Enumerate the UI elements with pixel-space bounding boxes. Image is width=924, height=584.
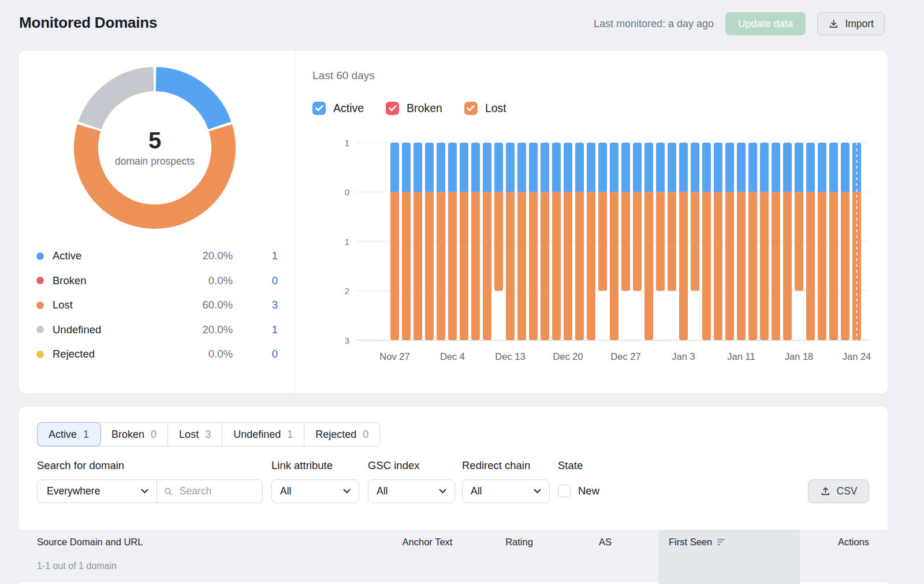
bar-active[interactable] <box>829 143 838 192</box>
bar-lost[interactable] <box>437 192 445 341</box>
bar-lost[interactable] <box>483 192 491 341</box>
bar-lost[interactable] <box>760 192 769 341</box>
donut-segment-undefined[interactable] <box>90 79 153 125</box>
bar-active[interactable] <box>541 143 549 192</box>
bar-active[interactable] <box>437 143 445 192</box>
bar-lost[interactable] <box>691 192 699 291</box>
link-attribute-select[interactable]: All <box>271 479 359 503</box>
bar-lost[interactable] <box>644 192 653 341</box>
bar-active[interactable] <box>621 143 630 192</box>
legend-count-link[interactable]: 0 <box>233 348 278 360</box>
bar-lost[interactable] <box>610 192 619 341</box>
legend-count-link[interactable]: 3 <box>233 299 278 311</box>
bar-active[interactable] <box>795 143 803 192</box>
bar-lost[interactable] <box>748 192 757 341</box>
search-scope-select[interactable]: Everywhere <box>38 480 157 503</box>
bar-lost[interactable] <box>841 192 850 341</box>
bar-active[interactable] <box>702 143 711 192</box>
bar-lost[interactable] <box>668 192 676 291</box>
bar-lost[interactable] <box>679 192 688 341</box>
bar-lost[interactable] <box>425 192 434 341</box>
bar-active[interactable] <box>818 143 826 192</box>
bar-lost[interactable] <box>552 192 561 341</box>
series-toggle[interactable]: Lost <box>464 102 506 115</box>
bar-active[interactable] <box>425 143 434 192</box>
bar-lost[interactable] <box>633 192 642 291</box>
bar-active[interactable] <box>494 143 503 192</box>
donut-segment-lost[interactable] <box>86 128 223 217</box>
bar-lost[interactable] <box>818 192 826 341</box>
legend-count-link[interactable]: 0 <box>233 274 278 287</box>
bar-lost[interactable] <box>541 192 549 341</box>
bar-active[interactable] <box>679 143 688 192</box>
export-csv-button[interactable]: CSV <box>808 479 869 503</box>
bar-lost[interactable] <box>494 192 503 291</box>
bar-lost[interactable] <box>806 192 815 341</box>
status-tab-broken[interactable]: Broken 0 <box>100 423 168 446</box>
column-header-first-seen[interactable]: First Seen <box>669 537 726 548</box>
bar-active[interactable] <box>737 143 746 192</box>
bar-active[interactable] <box>841 143 850 192</box>
bar-lost[interactable] <box>772 192 780 341</box>
checkbox-checked-icon[interactable] <box>464 102 478 115</box>
legend-count-link[interactable]: 1 <box>233 323 278 336</box>
bar-active[interactable] <box>448 143 457 192</box>
bar-lost[interactable] <box>564 192 572 341</box>
checkbox-checked-icon[interactable] <box>386 102 399 115</box>
bar-active[interactable] <box>564 143 572 192</box>
bar-active[interactable] <box>402 143 411 192</box>
bar-lost[interactable] <box>506 192 515 341</box>
legend-count-link[interactable]: 1 <box>233 250 278 262</box>
bar-active[interactable] <box>610 143 619 192</box>
bar-active[interactable] <box>656 143 665 192</box>
domain-prospects-donut[interactable]: 5 domain prospects <box>68 61 241 235</box>
column-header-rating[interactable]: Rating <box>505 537 533 548</box>
bar-lost[interactable] <box>390 192 399 341</box>
checkbox-checked-icon[interactable] <box>312 102 326 115</box>
bar-lost[interactable] <box>598 192 607 291</box>
bar-lost[interactable] <box>783 192 792 341</box>
status-tab-undefined[interactable]: Undefined 1 <box>222 423 304 446</box>
bar-active[interactable] <box>783 143 792 192</box>
status-tab-rejected[interactable]: Rejected 0 <box>304 423 379 446</box>
bar-lost[interactable] <box>413 192 422 341</box>
bar-active[interactable] <box>598 143 607 192</box>
bar-lost[interactable] <box>829 192 838 341</box>
series-toggle[interactable]: Active <box>312 102 364 115</box>
bar-lost[interactable] <box>656 192 665 291</box>
bar-lost[interactable] <box>575 192 584 341</box>
trend-chart[interactable]: 10123Nov 27Dec 4Dec 13Dec 20Dec 27Jan 3J… <box>338 136 878 367</box>
bar-active[interactable] <box>390 143 399 192</box>
bar-active[interactable] <box>725 143 734 192</box>
bar-lost[interactable] <box>725 192 734 341</box>
donut-segment-active[interactable] <box>156 79 219 125</box>
bar-lost[interactable] <box>460 192 468 341</box>
bar-lost[interactable] <box>621 192 630 291</box>
bar-active[interactable] <box>633 143 642 192</box>
bar-lost[interactable] <box>795 192 803 291</box>
update-data-button[interactable]: Update data <box>725 12 806 35</box>
bar-lost[interactable] <box>471 192 480 341</box>
bar-active[interactable] <box>691 143 699 192</box>
search-input[interactable] <box>178 485 255 498</box>
status-tab-lost[interactable]: Lost 3 <box>168 423 222 446</box>
bar-active[interactable] <box>506 143 515 192</box>
bar-active[interactable] <box>644 143 653 192</box>
status-tab-active[interactable]: Active 1 <box>38 423 100 446</box>
redirect-chain-select[interactable]: All <box>462 479 550 503</box>
bar-active[interactable] <box>460 143 468 192</box>
bar-active[interactable] <box>529 143 538 192</box>
gsc-index-select[interactable]: All <box>368 479 455 503</box>
bar-lost[interactable] <box>448 192 457 341</box>
bar-lost[interactable] <box>702 192 711 341</box>
bar-active[interactable] <box>575 143 584 192</box>
bar-active[interactable] <box>471 143 480 192</box>
bar-active[interactable] <box>668 143 676 192</box>
bar-lost[interactable] <box>587 192 595 341</box>
bar-lost[interactable] <box>714 192 722 341</box>
bar-active[interactable] <box>748 143 757 192</box>
bar-lost[interactable] <box>529 192 538 341</box>
bar-active[interactable] <box>772 143 780 192</box>
bar-active[interactable] <box>552 143 561 192</box>
bar-active[interactable] <box>517 143 526 192</box>
